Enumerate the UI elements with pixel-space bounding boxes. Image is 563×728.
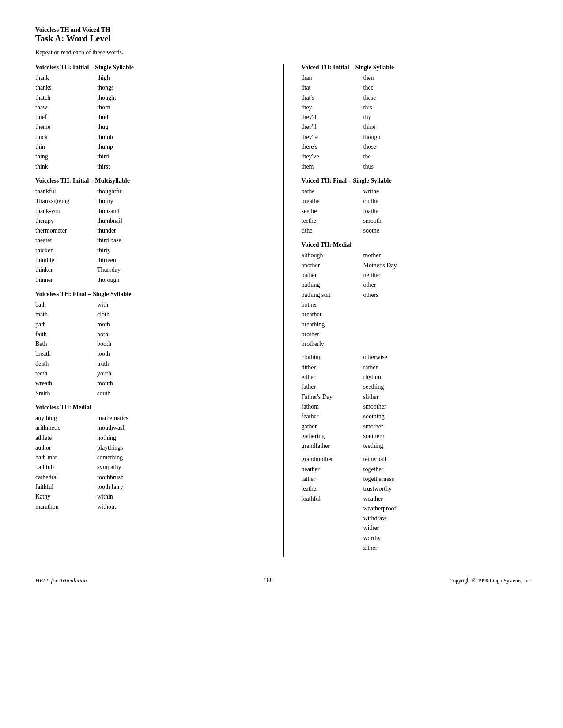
section-voiced-final-single-header: Voiced TH: Final – Single Syllable <box>302 177 533 184</box>
list-item: faith <box>35 330 97 339</box>
list-item: nothing <box>97 434 159 443</box>
list-item: both <box>97 330 159 339</box>
list-item: thee <box>363 83 425 92</box>
list-item: thought <box>97 94 159 102</box>
voiced-medial-grid-3: grandmother heather lather leather loath… <box>302 455 533 552</box>
list-item: rhythm <box>363 373 425 382</box>
list-item: those <box>363 143 425 151</box>
list-item: breathing <box>302 320 363 329</box>
list-item: either <box>302 373 363 382</box>
list-item: tooth <box>97 349 159 358</box>
list-item: death <box>35 360 97 368</box>
list-item: mathematics <box>97 414 159 423</box>
list-item: thump <box>97 143 159 151</box>
list-item: thongs <box>97 83 159 92</box>
list-item: soothe <box>363 226 425 235</box>
list-item: Mother's Day <box>363 261 425 270</box>
list-item: feather <box>302 412 363 421</box>
list-item: breath <box>35 349 97 358</box>
list-item: thorough <box>97 276 159 285</box>
list-item: others <box>363 291 425 300</box>
voiced-final-single-col1: bathe breathe seethe teethe tithe <box>302 187 363 235</box>
list-item: Beth <box>35 340 97 349</box>
list-item: bather <box>302 271 363 280</box>
list-item: lather <box>302 475 363 484</box>
list-item: think <box>35 162 97 171</box>
list-item: loathful <box>302 495 363 503</box>
list-item: they'd <box>302 113 363 122</box>
list-item: worthy <box>363 534 425 543</box>
list-item: brotherly <box>302 340 363 349</box>
list-item: writhe <box>363 187 425 196</box>
list-item: thick <box>35 133 97 142</box>
list-item: thigh <box>97 74 159 83</box>
list-item: breather <box>302 310 363 319</box>
list-item: withdraw <box>363 514 425 523</box>
list-item: fathom <box>302 402 363 411</box>
list-item: thicken <box>35 246 97 255</box>
voiceless-final-single-col1: bath math path faith Beth breath death t… <box>35 300 97 398</box>
list-item: grandfather <box>302 442 363 450</box>
list-item: they <box>302 103 363 112</box>
list-item: thoughtful <box>97 187 159 196</box>
list-item: weatherproof <box>363 504 425 513</box>
list-item: thumbnail <box>97 217 159 225</box>
list-item: other <box>363 281 425 289</box>
page-header: Voiceless TH and Voiced TH Task A: Word … <box>35 26 532 56</box>
list-item: thorny <box>97 197 159 206</box>
section-voiceless-initial-single-header: Voiceless TH: Initial – Single Syllable <box>35 64 270 71</box>
voiced-medial-col2-grp2: otherwise rather rhythm seething slither… <box>363 353 425 450</box>
voiceless-initial-single-col1: thank thanks thatch thaw thief theme thi… <box>35 74 97 171</box>
list-item: smooth <box>363 217 425 225</box>
list-item: wither <box>363 524 425 533</box>
list-item: heather <box>302 465 363 474</box>
list-item: thermometer <box>35 226 97 235</box>
voiced-final-single-grid: bathe breathe seethe teethe tithe writhe… <box>302 187 533 235</box>
list-item: bathing <box>302 281 363 289</box>
voiceless-medial-col1: anything arithmetic athlete author bath … <box>35 414 97 511</box>
list-item: anything <box>35 414 97 423</box>
list-item: soothing <box>363 412 425 421</box>
voiced-medial-col1-grp3: grandmother heather lather leather loath… <box>302 455 363 552</box>
list-item: bath <box>35 300 97 309</box>
list-item: thunder <box>97 226 159 235</box>
list-item: Thanksgiving <box>35 197 97 206</box>
list-item: teeth <box>35 369 97 378</box>
list-item: thing <box>35 152 97 161</box>
list-item: gathering <box>302 432 363 441</box>
title: Task A: Word Level <box>35 34 532 44</box>
list-item: cathedral <box>35 473 97 482</box>
list-item: seething <box>363 383 425 391</box>
list-item: author <box>35 443 97 452</box>
list-item: seethe <box>302 207 363 216</box>
list-item: thinner <box>35 276 97 285</box>
list-item: thirteen <box>97 256 159 265</box>
list-item: this <box>363 103 425 112</box>
voiceless-initial-single-col2: thigh thongs thought thorn thud thug thu… <box>97 74 159 171</box>
voiced-medial-grid-1: although another bather bathing bathing … <box>302 251 533 349</box>
list-item: moth <box>97 320 159 329</box>
list-item: then <box>363 74 425 83</box>
list-item: athlete <box>35 434 97 443</box>
list-item: bathtub <box>35 463 97 472</box>
instruction: Repeat or read each of these words. <box>35 49 532 56</box>
section-voiced-initial-single-header: Voiced TH: Initial – Single Syllable <box>302 64 533 71</box>
voiced-medial-col2-grp1: mother Mother's Day neither other others <box>363 251 425 349</box>
list-item: thanks <box>35 83 97 92</box>
list-item: zither <box>363 544 425 552</box>
list-item: toothbrush <box>97 473 159 482</box>
list-item: thine <box>363 123 425 131</box>
list-item: math <box>35 310 97 319</box>
footer-left: HELP for Articulation <box>35 577 87 584</box>
list-item: the <box>363 152 425 161</box>
list-item: there's <box>302 143 363 151</box>
voiceless-medial-col2: mathematics mouthwash nothing playthings… <box>97 414 159 511</box>
list-item: thinker <box>35 266 97 274</box>
list-item: grandmother <box>302 455 363 464</box>
list-item: thorn <box>97 103 159 112</box>
list-item: thus <box>363 162 425 171</box>
list-item: loathe <box>363 207 425 216</box>
list-item: marathon <box>35 503 97 511</box>
list-item: Kathy <box>35 492 97 501</box>
voiceless-medial-grid: anything arithmetic athlete author bath … <box>35 414 270 511</box>
